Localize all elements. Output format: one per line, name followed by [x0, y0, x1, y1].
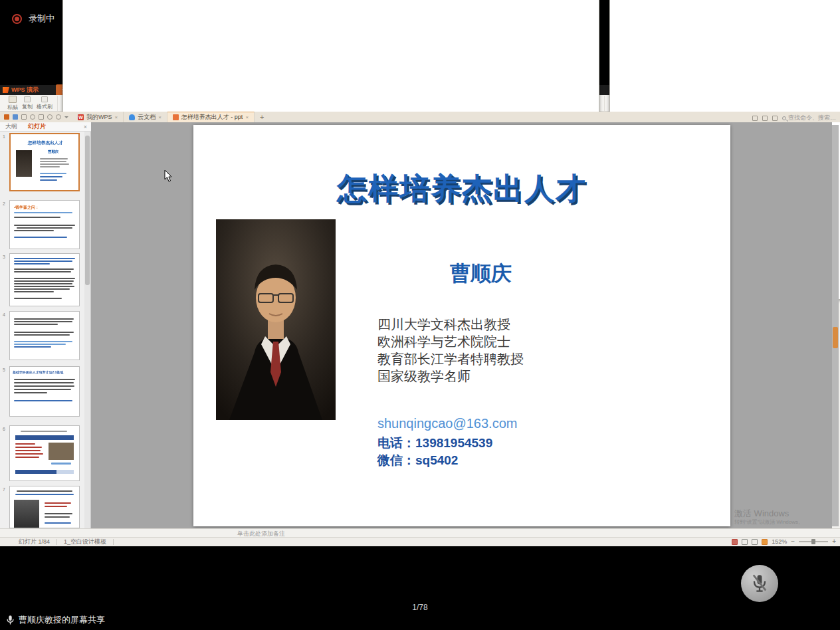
- quick-access-toolbar: [0, 114, 72, 120]
- thumb-number: 5: [3, 368, 8, 372]
- tab-cloud-docs[interactable]: 云文档 ×: [124, 112, 167, 122]
- author-portrait-photo: [216, 219, 336, 420]
- slide-counter: 幻灯片 1/84: [19, 538, 50, 546]
- close-tab-icon[interactable]: ×: [245, 114, 249, 120]
- thumb-banner: [15, 435, 74, 440]
- template-icon[interactable]: [762, 116, 768, 121]
- thumb-photo: [16, 150, 32, 177]
- slide-sorter-icon[interactable]: [752, 539, 758, 545]
- mic-muted-icon: [752, 574, 768, 593]
- status-bar-right: 152% − +: [732, 538, 836, 545]
- thumb-number: 2: [3, 201, 8, 206]
- clipboard-icon: [9, 96, 17, 103]
- tab-outline[interactable]: 大纲: [0, 122, 23, 131]
- spellcheck-icon[interactable]: [732, 539, 738, 545]
- meeting-screen: 录制中 曹顺庆教授 WPS 演示: [0, 0, 840, 630]
- wps-app-logo[interactable]: WPS 演示: [0, 86, 44, 94]
- preview-icon[interactable]: [30, 114, 35, 120]
- main-scrollbar-thumb[interactable]: [833, 327, 838, 348]
- zoom-out-button[interactable]: −: [791, 539, 795, 544]
- share-mic-icon: [7, 615, 14, 625]
- slide-thumbnail-7[interactable]: [9, 486, 80, 528]
- redo-icon[interactable]: [56, 114, 61, 120]
- quick-access-dropdown-icon[interactable]: [64, 116, 68, 118]
- slideshow-play-icon[interactable]: [762, 539, 768, 545]
- close-panel-icon[interactable]: ×: [84, 124, 87, 130]
- paste-button[interactable]: 粘贴: [7, 96, 18, 111]
- output-icon[interactable]: [21, 114, 27, 120]
- current-slide[interactable]: 怎样培养杰出人才 曹顺庆 四川大学文科杰出教授 欧洲科学与艺术院院士 教育部长江…: [193, 125, 730, 526]
- command-search-box[interactable]: 查找命令、搜索…: [782, 114, 836, 122]
- thumb-number: 1: [3, 134, 8, 139]
- new-tab-button[interactable]: +: [255, 113, 269, 121]
- wps-logo-icon: [3, 87, 9, 93]
- thumb-photo: [14, 500, 39, 528]
- thumb-progress: [15, 470, 74, 474]
- thumb-number: 4: [3, 312, 8, 317]
- zoom-in-button[interactable]: +: [832, 539, 836, 544]
- zoom-slider[interactable]: [799, 541, 828, 542]
- slide-phone: 电话：13981954539: [377, 435, 492, 452]
- slide-thumbnail-6[interactable]: [9, 425, 80, 481]
- wps-app-name: WPS 演示: [11, 86, 39, 94]
- format-painter-button[interactable]: 格式刷: [37, 96, 52, 110]
- slide-title: 怎样培养杰出人才: [193, 169, 730, 209]
- thumb-number: 3: [3, 255, 8, 259]
- search-icon: [782, 116, 786, 120]
- normal-view-icon[interactable]: [742, 539, 748, 545]
- slide-email: shunqingcao@163.com: [377, 416, 517, 431]
- save-icon[interactable]: [13, 114, 18, 120]
- mouse-cursor: [164, 169, 173, 183]
- thumb-number: 7: [3, 487, 8, 492]
- share-page-indicator: 1/78: [0, 603, 840, 612]
- slide-credentials: 四川大学文科杰出教授 欧洲科学与艺术院院士 教育部长江学者特聘教授 国家级教学名…: [377, 316, 524, 385]
- panel-scrollbar-thumb[interactable]: [85, 136, 90, 285]
- menu-icon[interactable]: [4, 114, 9, 120]
- screen-share-strip: 曹顺庆教授的屏幕共享: [7, 614, 105, 626]
- recording-indicator: 录制中: [12, 13, 54, 25]
- tab-bar-right-icons: 查找命令、搜索…: [752, 114, 836, 122]
- cloud-icon: [129, 114, 135, 120]
- tab-wps-home[interactable]: W 我的WPS ×: [72, 112, 124, 122]
- zoom-slider-knob[interactable]: [811, 539, 815, 544]
- undo-icon[interactable]: [47, 114, 52, 120]
- slide-thumbnail-4[interactable]: [9, 311, 80, 360]
- status-bar: 幻灯片 1/84 1_空白设计模板: [0, 537, 840, 546]
- close-tab-icon[interactable]: ×: [158, 114, 161, 120]
- print-icon[interactable]: [39, 114, 44, 120]
- panel-tab-bar: 大纲 幻灯片 ×: [0, 122, 91, 132]
- copy-icon: [24, 96, 31, 102]
- slide-author-name: 曹顺庆: [450, 260, 512, 288]
- slide-thumbnail-1[interactable]: 怎样培养杰出人才 曹顺庆: [9, 133, 80, 191]
- template-name: 1_空白设计模板: [64, 538, 106, 546]
- recording-label: 录制中: [29, 13, 54, 25]
- presentation-file-icon: [173, 114, 179, 120]
- wps-ribbon: 粘贴 复制 格式刷 从当前开始 新建幻灯片 版式: [0, 95, 840, 112]
- wps-home-icon: W: [78, 114, 84, 120]
- tab-slides[interactable]: 幻灯片: [23, 122, 51, 131]
- slide-wechat: 微信：sq5402: [377, 452, 458, 469]
- copy-button[interactable]: 复制: [22, 96, 33, 110]
- tab-current-presentation[interactable]: 怎样培养杰出人才 - ppt ×: [167, 112, 255, 122]
- thumb-photo: [49, 443, 74, 460]
- close-tab-icon[interactable]: ×: [115, 114, 118, 120]
- document-tab-bar: W 我的WPS × 云文档 × 怎样培养杰出人才 - ppt × +: [0, 112, 840, 122]
- recording-dot-icon: [12, 14, 22, 24]
- slide-thumbnail-5[interactable]: 基础学科拔尖人才培养计划2.0基地: [9, 366, 80, 417]
- message-icon[interactable]: [752, 116, 758, 121]
- main-scrollbar[interactable]: [832, 125, 839, 526]
- list-icon[interactable]: [772, 116, 778, 121]
- notes-bar[interactable]: [0, 528, 840, 537]
- slide-thumbnail-2[interactable]: •钱学森之问：: [9, 200, 80, 249]
- windows-activation-watermark-sub: 转到“设置”以激活 Windows。: [734, 518, 803, 526]
- share-label: 曹顺庆教授的屏幕共享: [19, 614, 105, 626]
- zoom-level: 152%: [772, 538, 787, 545]
- brush-icon: [41, 96, 48, 102]
- slide-thumbnail-3[interactable]: [9, 253, 80, 306]
- mute-microphone-button[interactable]: [741, 565, 778, 602]
- thumb-number: 6: [3, 427, 8, 431]
